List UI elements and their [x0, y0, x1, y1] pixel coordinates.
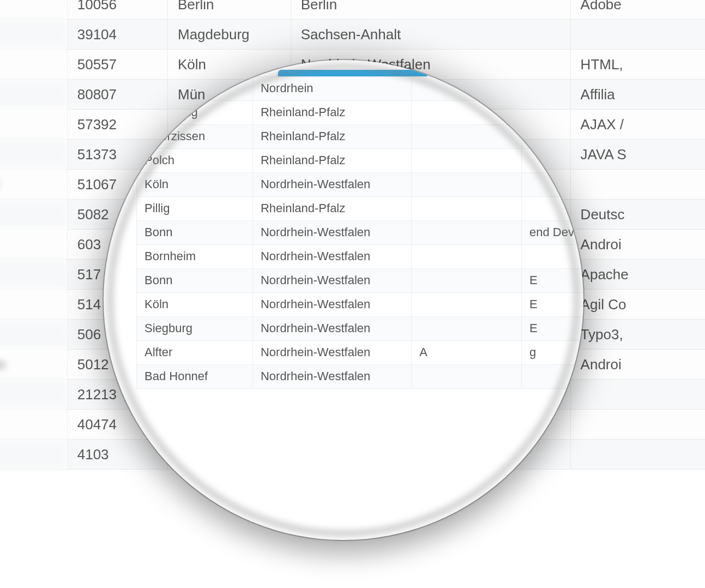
cell-skill: Androi: [570, 230, 705, 260]
cell-extra: [412, 317, 522, 341]
cell-name: [0, 440, 67, 470]
cell-zip: 10056: [67, 0, 167, 20]
cell-state: Rheinland-Pfalz: [252, 197, 411, 221]
cell-skill: HTML,: [570, 50, 705, 80]
table-row[interactable]: Bornheim Nordrhein-Westfalen: [137, 245, 584, 269]
cell-extra: [412, 149, 522, 173]
cell-zip: 80807: [67, 80, 167, 110]
cell-state: Nordrhein-Westfalen: [252, 221, 411, 245]
cell-name: l: [0, 320, 67, 350]
table-row[interactable]: Bonn Nordrhein-Westfalen end Dev: [137, 221, 584, 245]
table-row[interactable]: Köln Nordrhein-Westfalen E: [137, 293, 584, 317]
cell-state: Sachsen-Anhalt: [291, 20, 570, 50]
cell-city: Bonn: [137, 221, 253, 245]
cell-city: Polch: [137, 149, 253, 173]
cell-name: mper: [0, 170, 67, 200]
cell-zip: 57392: [67, 110, 167, 140]
cell-name: ling: [0, 140, 67, 170]
cell-skill: Adobe: [570, 0, 705, 20]
cell-name: merl: [0, 230, 67, 260]
cell-name: [0, 290, 67, 320]
cell-state: Rheinland-Pfalz: [252, 125, 411, 149]
cell-state: Nordrhein-Westfalen: [252, 245, 411, 269]
cell-state: Nordrhein: [252, 77, 411, 101]
cell-skill: [570, 440, 705, 470]
cell-city: Bornheim: [137, 245, 253, 269]
cell-zip: 39104: [67, 20, 167, 50]
cell-extra: [412, 125, 522, 149]
cell-zip: 50557: [67, 50, 167, 80]
cell-city: Berlin: [168, 0, 291, 20]
cell-tag: E: [522, 293, 583, 317]
cell-skill: Affilia: [570, 80, 705, 110]
cell-skill: [570, 20, 705, 50]
cell-tag: E: [522, 269, 583, 293]
cell-city: Köln: [137, 293, 253, 317]
cell-skill: Agil Co: [570, 290, 705, 320]
cell-name: [0, 80, 67, 110]
cell-state: Nordrhein-Westfalen: [252, 293, 411, 317]
cell-extra: [412, 269, 522, 293]
cell-city: Pillig: [137, 197, 253, 221]
cell-skill: [570, 170, 705, 200]
cell-city: Magdeburg: [168, 20, 291, 50]
cell-city: Siegburg: [137, 317, 253, 341]
cell-state: Nordrhein-Westfalen: [252, 365, 411, 389]
cell-city: Alfter: [137, 341, 253, 365]
cell-skill: Apache: [570, 260, 705, 290]
cell-extra: [412, 197, 522, 221]
cell-tag: E: [522, 317, 583, 341]
magnifier: Bonn Nordrhein ad Breisig Rheinland-Pfal…: [104, 60, 583, 540]
cell-name: der: [0, 260, 67, 290]
cell-skill: Typo3,: [570, 320, 705, 350]
cell-extra: [412, 221, 522, 245]
cell-name: nek: [0, 380, 67, 410]
cell-name: [0, 20, 67, 50]
cell-skill: Deutsc: [570, 200, 705, 230]
cell-name: er: [0, 0, 67, 20]
table-row[interactable]: 39104 Magdeburg Sachsen-Anhalt: [0, 20, 705, 50]
cell-skill: [570, 380, 705, 410]
cell-extra: [412, 293, 522, 317]
cell-state: Rheinland-Pfalz: [252, 149, 411, 173]
table-row[interactable]: Köln Nordrhein-Westfalen: [137, 173, 584, 197]
cell-city: Bad Honnef: [137, 365, 253, 389]
cell-state: Nordrhein-Westfalen: [252, 317, 411, 341]
table-row[interactable]: Siegburg Nordrhein-Westfalen E: [137, 317, 584, 341]
cell-skill: AJAX /: [570, 110, 705, 140]
cell-state: Rheinland-Pfalz: [252, 101, 411, 125]
table-row[interactable]: Bad Honnef Nordrhein-Westfalen: [137, 365, 584, 389]
cell-city: Köln: [137, 173, 253, 197]
cell-extra: [412, 173, 522, 197]
cell-state: Nordrhein-Westfalen: [252, 173, 411, 197]
table-row[interactable]: Bonn Nordrhein-Westfalen E: [137, 269, 584, 293]
cell-extra: A: [412, 341, 522, 365]
table-row[interactable]: Pillig Rheinland-Pfalz: [137, 197, 584, 221]
cell-tag: [522, 245, 583, 269]
cell-skill: [570, 410, 705, 440]
cell-skill: Androi: [570, 350, 705, 380]
cell-city: Bonn: [137, 269, 253, 293]
cell-skill: JAVA S: [570, 140, 705, 170]
cell-name: rhilfen: [0, 350, 67, 380]
cell-state: Berlin: [291, 0, 570, 20]
cell-name: h: [0, 200, 67, 230]
cell-tag: g: [522, 341, 583, 365]
cell-extra: [412, 245, 522, 269]
table-row[interactable]: er 10056 Berlin Berlin Adobe: [0, 0, 705, 20]
table-row[interactable]: Polch Rheinland-Pfalz: [137, 149, 584, 173]
cell-name: [0, 50, 67, 80]
cell-name: nd: [0, 110, 67, 140]
cell-state: Nordrhein-Westfalen: [252, 269, 411, 293]
cell-extra: [412, 365, 522, 389]
cell-state: Nordrhein-Westfalen: [252, 341, 411, 365]
cell-name: [0, 410, 67, 440]
table-row[interactable]: Alfter Nordrhein-Westfalen A g: [137, 341, 584, 365]
